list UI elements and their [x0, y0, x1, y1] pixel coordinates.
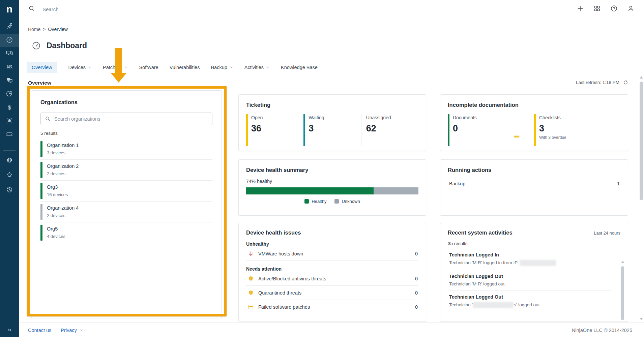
sidebar-item-billing[interactable]: $	[0, 101, 19, 115]
recent-activities-title: Recent system activities	[448, 229, 513, 236]
tab-devices[interactable]: Devices	[68, 62, 92, 73]
health-issue-row[interactable]: Failed software patches 0	[246, 300, 418, 314]
unhealthy-heading: Unhealthy	[246, 241, 418, 247]
activity-item[interactable]: Technician Logged In Technician 'M R' lo…	[448, 249, 611, 270]
dashboard-gauge-icon	[32, 41, 41, 50]
health-legend: Healthy Unknown	[246, 199, 418, 204]
settings-gear-icon	[6, 156, 13, 165]
scroll-up-icon[interactable]	[621, 261, 624, 263]
activities-scrollbar[interactable]	[621, 261, 624, 320]
tab-overview[interactable]: Overview	[27, 62, 57, 73]
recent-activities-header: Recent system activities Last 24 hours	[448, 229, 620, 236]
org-status-bar	[40, 162, 42, 178]
organizations-results-count: 5 results	[40, 131, 212, 136]
tab-activities[interactable]: Activities	[244, 62, 270, 73]
tab-software[interactable]: Software	[139, 62, 158, 73]
organization-list-item[interactable]: Organization 4 2 devices	[40, 202, 212, 222]
sidebar-item-devices[interactable]	[0, 47, 19, 61]
breadcrumb-separator: >	[43, 27, 46, 32]
organization-list-item[interactable]: Organization 2 2 devices	[40, 160, 212, 181]
organizations-search-input[interactable]	[40, 113, 212, 125]
sidebar-item-dashboard[interactable]	[0, 34, 19, 47]
health-issue-row[interactable]: VMWare hosts down 0	[246, 247, 418, 261]
scroll-down-icon[interactable]	[640, 318, 643, 320]
stat-bar	[303, 114, 305, 146]
running-action-label: Backup	[449, 181, 465, 186]
scrollbar-thumb[interactable]	[640, 82, 643, 200]
sidebar-item-favorites[interactable]	[0, 168, 19, 183]
page-scrollbar[interactable]	[639, 76, 643, 320]
global-search-input[interactable]	[42, 6, 184, 12]
sidebar-expand-button[interactable]: »	[0, 322, 19, 337]
activities-range-label: Last 24 hours	[594, 231, 620, 236]
sidebar-item-administration[interactable]	[0, 153, 19, 168]
incomplete-documentation-stats: Documents 0 Checklists 3 With 3 overdue	[448, 114, 620, 146]
scroll-up-icon[interactable]	[640, 76, 643, 79]
tab-knowledge-base[interactable]: Knowledge Base	[281, 62, 318, 73]
org-status-bar	[40, 183, 42, 199]
breadcrumb-home[interactable]: Home	[28, 27, 40, 32]
sidebar-item-getting-started[interactable]	[0, 20, 19, 34]
sidebar-item-recent-history[interactable]	[0, 183, 19, 198]
scrollbar-thumb[interactable]	[621, 266, 624, 320]
patch-window-icon	[247, 304, 254, 310]
organization-list-item[interactable]: Organization 1 3 devices	[40, 139, 212, 160]
healthy-percentage-label: 74% healthy	[246, 179, 418, 184]
ticketing-stat-open[interactable]: Open 36	[246, 114, 302, 146]
activities-list: Technician Logged In Technician 'M R' lo…	[448, 249, 620, 312]
apps-button[interactable]	[593, 5, 601, 13]
legend-swatch-healthy	[304, 199, 309, 204]
sidebar-item-organizations[interactable]	[0, 61, 19, 74]
refresh-button[interactable]	[623, 80, 628, 85]
chevron-down-icon	[266, 65, 270, 70]
device-health-issues-card: Device health issues Unhealthy VMWare ho…	[238, 223, 426, 322]
billing-dollar-icon: $	[8, 104, 11, 111]
topbar-actions	[577, 0, 635, 18]
last-refresh-label: Last refresh: 1:18 PM	[576, 80, 619, 85]
add-button[interactable]	[577, 5, 584, 13]
activity-item[interactable]: Technician Logged Out Technician 's' log…	[448, 291, 611, 312]
documents-stat[interactable]: Documents 0	[448, 114, 533, 146]
overdue-note: With 3 overdue	[539, 135, 619, 140]
chevron-down-icon	[80, 328, 83, 333]
device-health-summary-card: Device health summary 74% healthy Health…	[238, 159, 426, 216]
tab-backup[interactable]: Backup	[211, 62, 233, 73]
legend-healthy: Healthy	[304, 199, 326, 204]
footer: Contact us Privacy NinjaOne LLC © 2014-2…	[19, 323, 644, 337]
help-button[interactable]	[610, 5, 618, 13]
ticketing-stat-unassigned[interactable]: Unassigned 62	[361, 114, 417, 146]
health-issue-row[interactable]: Quarantined threats 0	[246, 286, 418, 300]
ticketing-stats: Open 36 Waiting 3 Unassigned 62	[246, 114, 418, 146]
stat-divider	[361, 114, 361, 146]
devices-icon	[6, 50, 13, 58]
breadcrumb-current: Overview	[48, 27, 68, 32]
sidebar-item-remote-tools[interactable]	[0, 74, 19, 88]
org-status-bar	[40, 225, 42, 241]
organization-list-item[interactable]: Org3 16 devices	[40, 181, 212, 202]
privacy-link[interactable]: Privacy	[61, 328, 83, 333]
help-icon	[610, 5, 618, 13]
cursor-artifact	[514, 136, 519, 137]
tab-vulnerabilities[interactable]: Vulnerabilities	[170, 62, 200, 73]
ticketing-icon	[6, 130, 13, 139]
organization-list-item[interactable]: Org5 4 devices	[40, 222, 212, 243]
activity-item[interactable]: Technician Logged Out Technician 'M R' l…	[448, 270, 611, 291]
checklists-stat[interactable]: Checklists 3 With 3 overdue	[534, 114, 619, 146]
ticketing-stat-waiting[interactable]: Waiting 3	[303, 114, 359, 146]
recent-activities-card: Recent system activities Last 24 hours 3…	[440, 223, 628, 322]
sidebar-item-ticketing[interactable]	[0, 128, 19, 142]
legend-swatch-unknown	[334, 199, 339, 204]
health-issue-row[interactable]: Active/Blocked antivirus threats 0	[246, 272, 418, 286]
sidebar-item-reporting[interactable]	[0, 88, 19, 101]
sidebar-item-software-inventory[interactable]	[0, 115, 19, 128]
contact-us-link[interactable]: Contact us	[28, 328, 51, 333]
device-health-summary-title: Device health summary	[246, 167, 418, 173]
profile-button[interactable]	[627, 5, 635, 13]
ninjaone-logo[interactable]: n	[0, 0, 19, 18]
chevron-down-icon	[124, 65, 128, 70]
running-action-row[interactable]: Backup 1	[448, 181, 620, 191]
redacted-name	[473, 302, 514, 308]
tab-patching[interactable]: Patching	[103, 62, 128, 73]
page-title: Dashboard	[47, 41, 87, 50]
plus-icon	[577, 5, 584, 13]
